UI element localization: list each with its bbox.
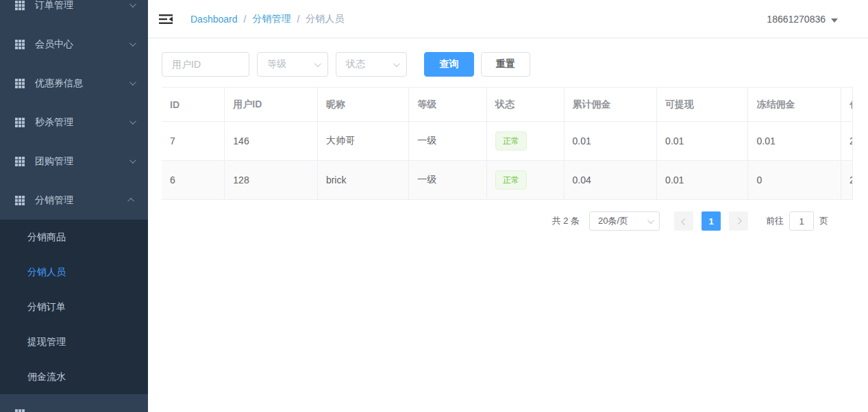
sidebar-item-distribution-orders[interactable]: 分销订单 — [0, 289, 148, 324]
sidebar-item-label: 分销管理 — [35, 194, 129, 207]
filter-bar: 等级 状态 查询 重置 — [162, 52, 530, 77]
sidebar-fold-button[interactable] — [159, 14, 173, 25]
sidebar-item-label: 团购管理 — [35, 155, 129, 168]
cell-withdrawable: 0.01 — [657, 122, 748, 161]
cell-id: 6 — [162, 161, 225, 200]
status-badge: 正常 — [495, 170, 527, 190]
chevron-down-icon — [314, 60, 321, 67]
sidebar-item-label: 分销订单 — [27, 301, 66, 313]
prev-page-button[interactable] — [674, 211, 693, 231]
caret-down-icon — [831, 18, 838, 23]
chevron-down-icon — [129, 79, 136, 86]
chevron-down-icon — [647, 217, 654, 224]
cell-id: 7 — [162, 122, 225, 161]
sidebar-item-label: 会员中心 — [35, 38, 129, 51]
cell-nickname: brick — [317, 161, 408, 200]
breadcrumb: Dashboard / 分销管理 / 分销人员 — [190, 13, 344, 25]
pagination-total: 共 2 条 — [552, 215, 580, 227]
page-unit-label: 页 — [819, 215, 828, 227]
sidebar-item-distribution-members[interactable]: 分销人员 — [0, 255, 148, 289]
column-header-user-id: 用户ID — [225, 88, 318, 122]
sidebar-item-label: 提现管理 — [27, 336, 66, 348]
main-panel: Dashboard / 分销管理 / 分销人员 18661270836 等级 状… — [148, 0, 868, 412]
user-id-input[interactable] — [162, 52, 249, 77]
breadcrumb-current-page: 分销人员 — [306, 13, 344, 25]
chevron-down-icon — [129, 157, 136, 164]
sidebar-item-flash-sale[interactable]: 秒杀管理 — [0, 103, 148, 142]
level-select[interactable]: 等级 — [257, 52, 328, 77]
breadcrumb-link-dashboard[interactable]: Dashboard — [190, 14, 238, 25]
chevron-right-icon — [734, 217, 741, 224]
column-header-total-commission: 累计佣金 — [564, 88, 657, 122]
cell-user-id: 128 — [225, 161, 318, 200]
grid-icon — [15, 157, 25, 166]
sidebar-item-label: 优惠券信息 — [35, 77, 129, 90]
sidebar-item-distribution-goods[interactable]: 分销商品 — [0, 220, 148, 255]
column-header-withdrawable: 可提现 — [657, 88, 748, 122]
table-header-row: ID 用户ID 昵称 等级 状态 累计佣金 可提现 冻结佣金 创建时间 — [162, 88, 853, 122]
page-size-label: 20条/页 — [598, 215, 628, 227]
grid-icon — [15, 40, 25, 49]
sidebar-item-partial[interactable] — [0, 394, 148, 412]
chevron-left-icon — [681, 218, 688, 225]
sidebar-item-distribution-management[interactable]: 分销管理 — [0, 181, 148, 220]
status-select[interactable]: 状态 — [336, 52, 407, 77]
search-button[interactable]: 查询 — [424, 52, 474, 77]
cell-created-at: 2026-03-08 20: — [841, 122, 853, 161]
table-row[interactable]: 6 128 brick 一级 正常 0.04 0.01 0 2026-03-08… — [162, 161, 853, 200]
next-page-button[interactable] — [729, 211, 748, 231]
sidebar-item-label: 佣金流水 — [27, 371, 66, 383]
sidebar-menu: 订单管理 会员中心 优惠券信息 秒 — [0, 0, 148, 412]
cell-withdrawable: 0.01 — [657, 161, 748, 200]
cell-user-id: 146 — [225, 122, 318, 161]
cell-frozen-commission: 0 — [748, 161, 841, 200]
sidebar-item-coupon-info[interactable]: 优惠券信息 — [0, 64, 148, 103]
cell-total-commission: 0.04 — [564, 161, 657, 200]
cell-level: 一级 — [409, 122, 487, 161]
goto-page-input[interactable] — [789, 211, 814, 231]
column-header-status: 状态 — [486, 88, 564, 122]
user-phone-number: 18661270836 — [767, 14, 826, 25]
user-dropdown[interactable]: 18661270836 — [767, 0, 838, 38]
column-header-created-at: 创建时间 — [841, 88, 853, 122]
status-badge: 正常 — [495, 131, 527, 151]
sidebar-item-order-management[interactable]: 订单管理 — [0, 0, 148, 25]
sidebar-item-label: 分销人员 — [27, 266, 66, 279]
status-select-placeholder: 状态 — [346, 58, 365, 70]
grid-icon — [15, 118, 25, 127]
page-number-1[interactable]: 1 — [702, 211, 721, 231]
chevron-down-icon — [129, 1, 136, 8]
sidebar-item-label: 秒杀管理 — [35, 116, 129, 129]
chevron-down-icon — [393, 60, 400, 67]
chevron-down-icon — [129, 118, 136, 125]
cell-nickname: 大帅哥 — [317, 122, 408, 161]
column-header-nickname: 昵称 — [317, 88, 408, 122]
grid-icon — [15, 79, 25, 88]
cell-created-at: 2026-03-08 17: — [841, 161, 853, 200]
sidebar-item-withdrawal-management[interactable]: 提现管理 — [0, 324, 148, 359]
distribution-submenu: 分销商品 分销人员 分销订单 提现管理 佣金流水 — [0, 220, 148, 394]
level-select-placeholder: 等级 — [267, 58, 286, 70]
pagination: 共 2 条 20条/页 1 前往 页 — [162, 209, 853, 233]
reset-button[interactable]: 重置 — [481, 52, 530, 77]
sidebar-item-member-center[interactable]: 会员中心 — [0, 25, 148, 64]
sidebar-item-label: 订单管理 — [35, 0, 129, 12]
cell-level: 一级 — [409, 161, 487, 200]
table-row[interactable]: 7 146 大帅哥 一级 正常 0.01 0.01 0.01 2026-03-0… — [162, 122, 853, 161]
breadcrumb-link-distribution[interactable]: 分销管理 — [252, 13, 290, 25]
grid-icon — [15, 1, 25, 10]
hamburger-fold-icon — [159, 14, 173, 25]
sidebar-item-commission-flow[interactable]: 佣金流水 — [0, 359, 148, 394]
sidebar-item-group-buy[interactable]: 团购管理 — [0, 142, 148, 181]
page-size-select[interactable]: 20条/页 — [589, 211, 660, 231]
members-table: ID 用户ID 昵称 等级 状态 累计佣金 可提现 冻结佣金 创建时间 7 14 — [162, 87, 853, 200]
column-header-id: ID — [162, 88, 225, 122]
sidebar: 订单管理 会员中心 优惠券信息 秒 — [0, 0, 148, 412]
goto-label: 前往 — [766, 215, 784, 227]
column-header-level: 等级 — [409, 88, 487, 122]
grid-icon — [15, 409, 25, 412]
breadcrumb-separator: / — [297, 14, 299, 25]
sidebar-item-label: 分销商品 — [27, 231, 66, 244]
breadcrumb-separator: / — [244, 14, 247, 25]
grid-icon — [15, 196, 25, 205]
